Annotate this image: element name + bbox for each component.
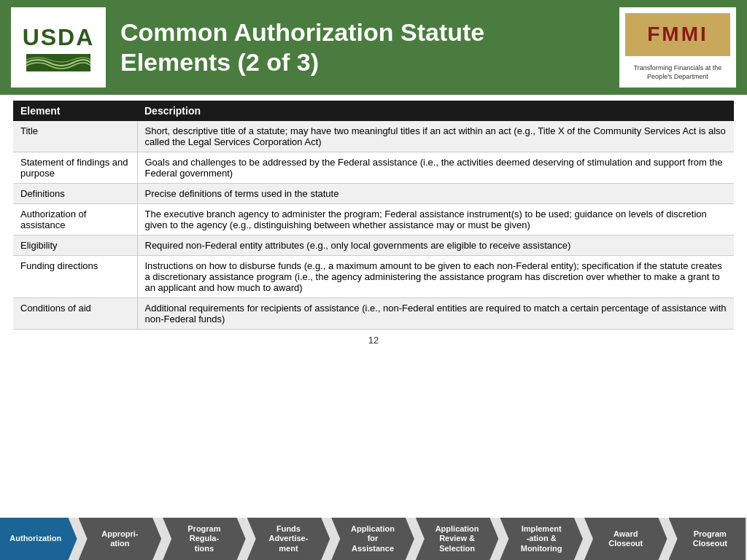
description-cell: Precise definitions of terms used in the… — [137, 184, 734, 204]
fmmi-logo: FMMI Transforming Financials at the Peop… — [619, 7, 736, 88]
nav-item[interactable]: ProgramCloseout — [669, 518, 746, 560]
element-cell: Funding directions — [13, 256, 137, 298]
nav-item[interactable]: Appropri-ation — [79, 518, 162, 560]
element-cell: Conditions of aid — [13, 298, 137, 330]
nav-item[interactable]: Implement-ation &Monitoring — [500, 518, 583, 560]
table-row: Conditions of aidAdditional requirements… — [13, 298, 734, 330]
description-cell: Goals and challenges to be addressed by … — [137, 152, 734, 184]
description-cell: Additional requirements for recipients o… — [137, 298, 734, 330]
nav-item[interactable]: Authorization — [0, 518, 77, 560]
elements-table: Element Description TitleShort, descript… — [13, 101, 734, 330]
element-cell: Title — [13, 121, 137, 152]
description-cell: Required non-Federal entity attributes (… — [137, 236, 734, 256]
nav-item[interactable]: FundsAdvertise-ment — [247, 518, 330, 560]
content-area: Element Description TitleShort, descript… — [0, 95, 747, 332]
table-row: EligibilityRequired non-Federal entity a… — [13, 236, 734, 256]
table-row: TitleShort, descriptive title of a statu… — [13, 121, 734, 152]
element-cell: Authorization of assistance — [13, 204, 137, 236]
col-description: Description — [137, 101, 734, 121]
nav-item[interactable]: ApplicationforAssistance — [331, 518, 414, 560]
element-cell: Eligibility — [13, 236, 137, 256]
header: USDA Common Authorization Statute Elemen… — [0, 0, 747, 95]
bottom-nav: AuthorizationAppropri-ationProgramRegula… — [0, 518, 747, 560]
usda-text: USDA — [23, 24, 95, 51]
fmmi-sub: Transforming Financials at the People's … — [625, 63, 730, 82]
description-cell: Instructions on how to disburse funds (e… — [137, 256, 734, 298]
description-cell: Short, descriptive title of a statute; m… — [137, 121, 734, 152]
nav-item[interactable]: AwardCloseout — [584, 518, 667, 560]
description-cell: The executive branch agency to administe… — [137, 204, 734, 236]
nav-item[interactable]: ApplicationReview &Selection — [416, 518, 499, 560]
table-row: Statement of findings and purposeGoals a… — [13, 152, 734, 184]
element-cell: Definitions — [13, 184, 137, 204]
usda-icon — [17, 54, 100, 71]
usda-logo: USDA — [11, 7, 106, 88]
nav-item[interactable]: ProgramRegula-tions — [163, 518, 246, 560]
col-element: Element — [13, 101, 137, 121]
page-number: 12 — [0, 332, 747, 348]
page-title: Common Authorization Statute Elements (2… — [120, 18, 619, 77]
table-row: Funding directionsInstructions on how to… — [13, 256, 734, 298]
element-cell: Statement of findings and purpose — [13, 152, 137, 184]
table-row: DefinitionsPrecise definitions of terms … — [13, 184, 734, 204]
fmmi-text: FMMI — [647, 23, 708, 46]
table-row: Authorization of assistanceThe executive… — [13, 204, 734, 236]
